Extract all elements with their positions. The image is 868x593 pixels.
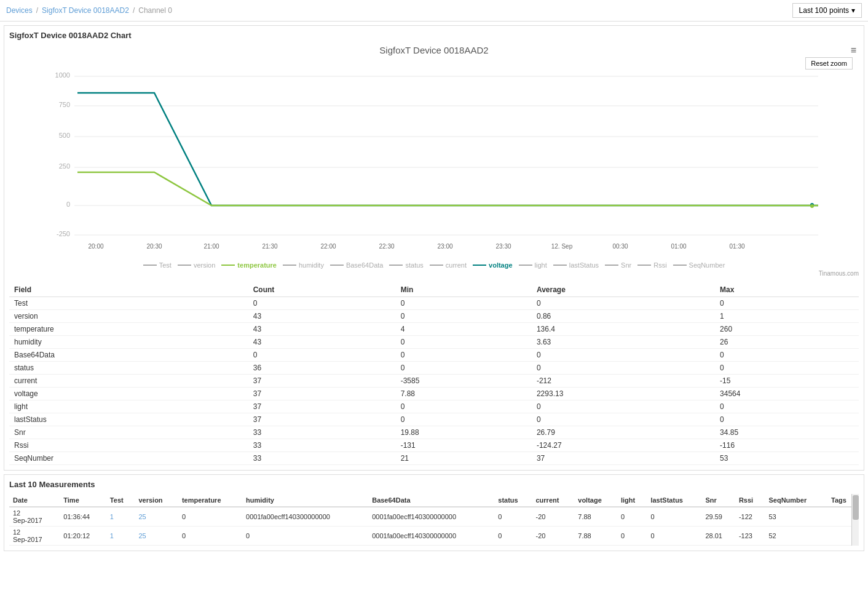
stats-cell-field: Base64Data	[9, 349, 248, 362]
svg-text:250: 250	[59, 162, 70, 170]
meas-cell-light: 0	[617, 527, 647, 546]
legend-current-label: current	[446, 261, 467, 269]
svg-text:01:30: 01:30	[729, 243, 744, 250]
stats-cell-count: 37	[248, 375, 396, 388]
stats-cell-min: 7.88	[396, 388, 532, 400]
chart-menu-icon[interactable]: ≡	[851, 45, 856, 56]
legend-version[interactable]: version	[178, 261, 215, 269]
stats-cell-min: 21	[396, 452, 532, 465]
stats-cell-max: 0	[715, 400, 859, 413]
breadcrumb-device-link[interactable]: SigfoxT Device 0018AAD2	[42, 6, 129, 15]
stats-cell-count: 33	[248, 426, 396, 439]
legend-status-label: status	[405, 261, 423, 269]
stats-cell-count: 37	[248, 413, 396, 426]
legend-humidity[interactable]: humidity	[283, 261, 324, 269]
stats-cell-avg: 0	[532, 349, 715, 362]
measurements-section-title: Last 10 Measurements	[9, 480, 859, 489]
dropdown-label: Last 100 points	[799, 6, 849, 15]
legend-base64data-label: Base64Data	[346, 261, 384, 269]
stats-cell-field: current	[9, 375, 248, 388]
meas-header: current	[532, 494, 574, 507]
stats-row: humidity4303.6326	[9, 336, 859, 349]
stats-cell-avg: -124.27	[532, 439, 715, 452]
breadcrumb-sep2: /	[133, 6, 135, 15]
legend-base64data[interactable]: Base64Data	[330, 261, 384, 269]
stats-cell-field: version	[9, 310, 248, 323]
legend-voltage[interactable]: voltage	[473, 261, 513, 269]
stats-cell-count: 33	[248, 439, 396, 452]
legend-temperature[interactable]: temperature	[221, 261, 277, 269]
stats-cell-count: 37	[248, 400, 396, 413]
stats-row: Base64Data0000	[9, 349, 859, 362]
meas-cell-snr: 28.01	[701, 527, 735, 546]
svg-text:500: 500	[59, 132, 70, 139]
stats-cell-min: 0	[396, 297, 532, 310]
stats-cell-max: 34564	[715, 388, 859, 400]
svg-text:21:30: 21:30	[262, 243, 277, 250]
measurements-row: 12Sep-201701:20:12125000001fa00ecff14030…	[9, 527, 859, 546]
meas-header: Test	[106, 494, 135, 507]
stats-row: SeqNumber33213753	[9, 452, 859, 465]
legend-current[interactable]: current	[430, 261, 467, 269]
meas-cell-version: 25	[135, 507, 178, 527]
stats-cell-avg: 26.79	[532, 426, 715, 439]
stats-cell-min: -131	[396, 439, 532, 452]
chart-title: SigfoxT Device 0018AAD2	[9, 45, 859, 55]
legend-snr[interactable]: Snr	[605, 261, 631, 269]
stats-col-field: Field	[9, 283, 248, 297]
legend-laststatus[interactable]: lastStatus	[553, 261, 599, 269]
meas-header: voltage	[574, 494, 617, 507]
stats-cell-avg: 2293.13	[532, 388, 715, 400]
stats-cell-field: lastStatus	[9, 413, 248, 426]
reset-zoom-button[interactable]: Reset zoom	[805, 57, 853, 70]
stats-cell-max: 34.85	[715, 426, 859, 439]
stats-cell-avg: 0	[532, 413, 715, 426]
meas-cell-humidity: 0001fa00ecff140300000000	[242, 507, 368, 527]
meas-cell-test: 1	[106, 527, 135, 546]
stats-cell-field: light	[9, 400, 248, 413]
legend-seqnumber[interactable]: SeqNumber	[673, 261, 725, 269]
stats-cell-max: 53	[715, 452, 859, 465]
meas-cell-seqnumber: 53	[765, 507, 827, 527]
stats-cell-field: voltage	[9, 388, 248, 400]
stats-cell-field: Snr	[9, 426, 248, 439]
stats-col-count: Count	[248, 283, 396, 297]
measurements-row: 12Sep-201701:36:4412500001fa00ecff140300…	[9, 507, 859, 527]
breadcrumb-channel: Channel 0	[138, 6, 172, 15]
stats-col-min: Min	[396, 283, 532, 297]
stats-cell-min: 0	[396, 336, 532, 349]
legend-rssi[interactable]: Rssi	[637, 261, 666, 269]
meas-cell-temperature: 0	[178, 507, 242, 527]
stats-cell-avg: 37	[532, 452, 715, 465]
scrollbar[interactable]	[851, 494, 859, 546]
meas-header: light	[617, 494, 647, 507]
legend-test[interactable]: Test	[143, 261, 172, 269]
chart-container: SigfoxT Device 0018AAD2 ≡ Reset zoom 100…	[9, 45, 859, 465]
stats-cell-count: 43	[248, 323, 396, 336]
stats-cell-max: 0	[715, 297, 859, 310]
stats-cell-field: Rssi	[9, 439, 248, 452]
meas-cell-current: -20	[532, 507, 574, 527]
breadcrumb-devices-link[interactable]: Devices	[6, 6, 33, 15]
stats-cell-min: 0	[396, 349, 532, 362]
svg-text:01:00: 01:00	[671, 243, 686, 250]
last-points-dropdown[interactable]: Last 100 points ▾	[792, 3, 862, 18]
legend-light[interactable]: light	[519, 261, 547, 269]
scrollbar-thumb[interactable]	[853, 495, 859, 520]
stats-cell-count: 36	[248, 362, 396, 375]
meas-cell-voltage: 7.88	[574, 507, 617, 527]
meas-cell-voltage: 7.88	[574, 527, 617, 546]
chart-legend: Test version temperature humidity Base64…	[9, 261, 859, 269]
stats-col-max: Max	[715, 283, 859, 297]
stats-cell-max: 0	[715, 349, 859, 362]
stats-cell-avg: -212	[532, 375, 715, 388]
stats-row: light37000	[9, 400, 859, 413]
meas-header: Base64Data	[368, 494, 494, 507]
stats-row: status36000	[9, 362, 859, 375]
stats-cell-avg: 0	[532, 297, 715, 310]
dropdown-arrow: ▾	[851, 6, 855, 15]
legend-light-label: light	[535, 261, 547, 269]
legend-status[interactable]: status	[389, 261, 423, 269]
measurements-table: DateTimeTestversiontemperaturehumidityBa…	[9, 494, 859, 546]
stats-row: temperature434136.4260	[9, 323, 859, 336]
